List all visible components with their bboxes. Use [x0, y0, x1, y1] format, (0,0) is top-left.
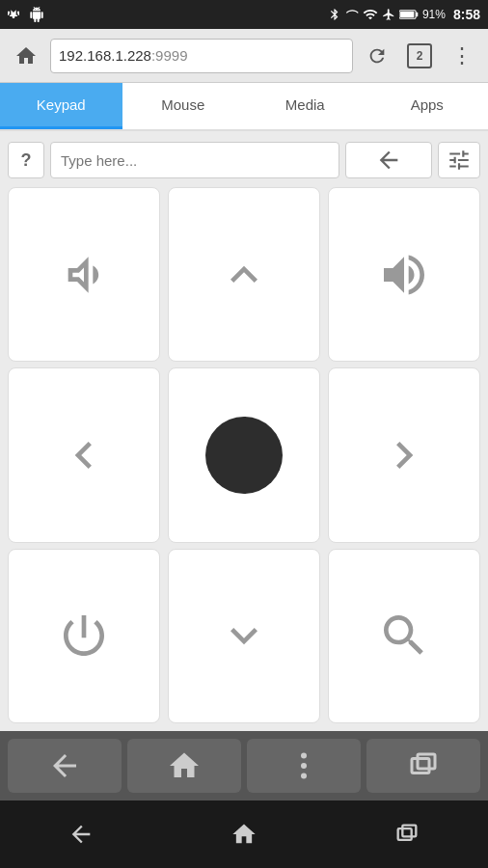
android-nav-bar	[0, 800, 488, 868]
url-text: 192.168.1.228	[59, 47, 151, 64]
svg-rect-7	[418, 754, 435, 769]
browser-home-button[interactable]	[8, 38, 44, 74]
svg-rect-1	[400, 12, 414, 17]
volume-down-button[interactable]	[8, 187, 160, 362]
android-back-button[interactable]	[52, 813, 110, 855]
url-bar[interactable]: 192.168.1.228:9999	[50, 39, 353, 73]
android-home-button[interactable]	[215, 813, 273, 855]
status-left-icons	[8, 7, 44, 22]
tab-apps[interactable]: Apps	[366, 83, 489, 129]
svg-rect-9	[402, 826, 416, 837]
tab-media[interactable]: Media	[244, 83, 366, 129]
battery-icon	[399, 8, 419, 21]
grid-row-3	[8, 549, 480, 723]
svg-rect-8	[397, 828, 411, 840]
wifi-icon	[363, 7, 378, 22]
tab-bar: Keypad Mouse Media Apps	[0, 83, 488, 131]
bluetooth-icon	[328, 8, 341, 21]
app-recent-button[interactable]	[366, 739, 480, 793]
grid-row-2	[8, 367, 480, 542]
svg-rect-2	[416, 13, 418, 16]
type-input[interactable]	[50, 142, 339, 178]
left-arrow-button[interactable]	[8, 367, 160, 542]
usb-icon	[8, 7, 23, 22]
app-home-button[interactable]	[127, 739, 241, 793]
power-button[interactable]	[8, 549, 160, 723]
app-back-button[interactable]	[8, 739, 122, 793]
time-display: 8:58	[453, 7, 480, 22]
status-right-icons: 91% 8:58	[328, 7, 480, 22]
center-circle	[205, 417, 283, 494]
keypad-area: ?	[0, 131, 488, 731]
svg-point-4	[301, 763, 307, 769]
airplane-icon	[382, 8, 395, 21]
backspace-button[interactable]	[345, 142, 432, 178]
svg-point-5	[301, 773, 307, 779]
url-port: :9999	[151, 47, 188, 64]
volume-up-button[interactable]	[328, 187, 480, 362]
svg-point-3	[301, 753, 307, 759]
signal-icon	[345, 8, 359, 21]
tab-count-badge: 2	[407, 43, 432, 68]
android-recent-button[interactable]	[378, 813, 436, 855]
battery-percent: 91%	[422, 8, 446, 21]
right-arrow-button[interactable]	[328, 367, 480, 542]
input-row: ?	[8, 139, 480, 181]
settings-button[interactable]	[438, 142, 480, 178]
app-menu-button[interactable]	[247, 739, 361, 793]
android-icon	[29, 7, 44, 22]
down-arrow-button[interactable]	[168, 549, 320, 723]
tab-mouse[interactable]: Mouse	[122, 83, 245, 129]
svg-rect-6	[412, 759, 429, 773]
grid-row-1	[8, 187, 480, 362]
search-button[interactable]	[328, 549, 480, 723]
tab-keypad[interactable]: Keypad	[0, 83, 122, 129]
browser-bar: 192.168.1.228:9999 2 ⋮	[0, 29, 488, 83]
up-arrow-button[interactable]	[168, 187, 320, 362]
status-bar: 91% 8:58	[0, 0, 488, 29]
browser-menu-button[interactable]: ⋮	[444, 38, 480, 74]
app-nav-bar	[0, 731, 488, 800]
reload-button[interactable]	[359, 38, 395, 74]
center-ok-button[interactable]	[168, 367, 320, 542]
tabs-button[interactable]: 2	[401, 38, 438, 74]
help-button[interactable]: ?	[8, 142, 44, 178]
